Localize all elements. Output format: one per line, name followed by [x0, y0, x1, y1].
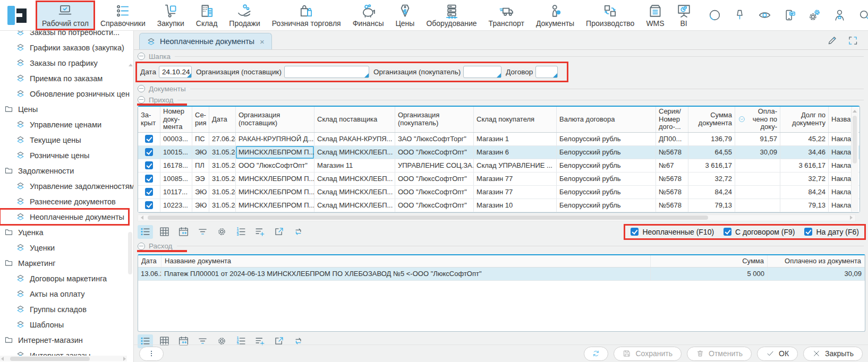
save-button[interactable]: Сохранить: [614, 347, 682, 361]
column-header-supplier[interactable]: Организация (поставщик): [236, 107, 314, 132]
profile-icon[interactable]: [833, 8, 846, 22]
settings-icon[interactable]: [808, 8, 821, 22]
cell-buyer[interactable]: ЗАО "ЛюксСофтТорг": [395, 133, 474, 145]
cell-supplier_wh[interactable]: Склад МИНСКХЛЕБП...: [314, 173, 395, 185]
column-header-name[interactable]: Название документа: [161, 255, 651, 267]
table-row[interactable]: 00003...ПС27.06.24РАКАН-КРУПЯНОЙ Д...Скл…: [138, 133, 860, 146]
collapse-icon[interactable]: [138, 85, 145, 92]
collapse-icon[interactable]: [138, 243, 145, 250]
cell-debt[interactable]: 32,72: [780, 173, 829, 185]
cell-supplier_wh[interactable]: Склад МИНСКХЛЕБП...: [314, 186, 395, 199]
cell-date[interactable]: 13.06.24: [138, 268, 161, 280]
cell-series[interactable]: ЭЮ: [192, 146, 209, 159]
cell-currency[interactable]: Белорусский рубль: [557, 159, 656, 172]
checkbox-checked-icon[interactable]: [631, 228, 639, 236]
cell-name[interactable]: Накладн: [829, 159, 852, 172]
cell-series[interactable]: ЭЮ: [192, 199, 209, 212]
cell-amount[interactable]: 32,72: [688, 173, 735, 185]
cell-debt[interactable]: 34,46: [780, 146, 829, 159]
close-button[interactable]: Закрыть: [803, 347, 863, 361]
column-header-contract[interactable]: Серия/ Номер дого-...: [656, 107, 688, 132]
column-header-amount[interactable]: Сумма документа: [688, 107, 735, 132]
module-desktop[interactable]: Рабочий стол: [36, 1, 95, 30]
cell-closed[interactable]: [138, 133, 160, 145]
cell-supplier[interactable]: МИНСКХЛЕБПРОМ П...: [236, 199, 314, 212]
cell-date[interactable]: 31.05.24: [209, 146, 236, 159]
cell-paid[interactable]: [735, 186, 780, 199]
cell-name[interactable]: Накладн: [829, 146, 852, 159]
recent-icon[interactable]: [708, 8, 721, 22]
row-closed-checkbox[interactable]: [145, 175, 153, 183]
cell-currency[interactable]: Белорусский рубль: [557, 133, 656, 145]
cell-supplier[interactable]: РАКАН-КРУПЯНОЙ Д...: [236, 133, 314, 145]
column-header-date[interactable]: Дата: [138, 255, 161, 267]
cell-number[interactable]: 00003...: [160, 133, 192, 145]
filter-checkbox[interactable]: Неоплаченные (F10): [631, 228, 714, 236]
table-row[interactable]: 16178...ПЛ31.05.24ООО "ЛюксСофтОпт"Магаз…: [138, 159, 860, 173]
sidebar-item[interactable]: Уценка: [0, 225, 48, 240]
cell-name[interactable]: Накладн: [829, 186, 852, 199]
cell-buyer[interactable]: ООО "ЛюксСофтОпт": [395, 146, 474, 159]
sidebar-item[interactable]: Группы складов: [0, 301, 91, 317]
messages-icon[interactable]: [783, 8, 796, 22]
cell-amount[interactable]: 5 000: [651, 268, 768, 280]
cell-paid[interactable]: 91,57: [735, 133, 780, 145]
cell-name[interactable]: Накладн: [829, 133, 852, 145]
cell-closed[interactable]: [138, 146, 160, 159]
sidebar-item[interactable]: Текущие цены: [0, 132, 86, 148]
cell-supplier_wh[interactable]: Магазин 11: [314, 159, 395, 172]
collapse-icon[interactable]: [138, 96, 145, 104]
cell-buyer[interactable]: ООО "ЛюксСофтОпт": [395, 199, 474, 212]
module-retail[interactable]: Розничная торговля: [266, 1, 347, 30]
module-prices[interactable]: Цены: [389, 1, 420, 30]
cell-currency[interactable]: Белорусский рубль: [557, 146, 656, 159]
cell-contract[interactable]: №67: [656, 159, 688, 172]
sidebar-item[interactable]: Интернет-магазин: [0, 332, 87, 348]
module-equipment[interactable]: Оборудование: [420, 1, 482, 30]
cell-debt[interactable]: 3 616,17: [780, 159, 829, 172]
cancel-button[interactable]: Отменить: [687, 347, 752, 361]
module-warehouse[interactable]: Склад: [190, 1, 224, 30]
column-header-paid[interactable]: Оплачено из документа: [768, 255, 865, 267]
checkbox-checked-icon[interactable]: [804, 228, 812, 236]
supplier-org-input[interactable]: [284, 66, 369, 78]
sidebar-item[interactable]: Заказы по графику: [0, 55, 102, 71]
column-header-date[interactable]: Дата: [209, 107, 236, 132]
buyer-org-input[interactable]: [463, 66, 501, 78]
cell-buyer_wh[interactable]: Магазин 6: [474, 146, 557, 159]
sidebar-item[interactable]: Договоры маркетинга: [0, 271, 111, 286]
table-row[interactable]: 10015...ЭЮ31.05.24МИНСКХЛЕБПРОМ П...Скла…: [138, 146, 860, 159]
module-transport[interactable]: Транспорт: [483, 1, 530, 30]
cell-amount[interactable]: 3 616,17: [688, 159, 735, 172]
sidebar-item[interactable]: Акты на оплату: [0, 286, 89, 301]
cell-amount[interactable]: 84,24: [688, 186, 735, 199]
module-finance[interactable]: Финансы: [347, 1, 390, 30]
cell-contract[interactable]: №5678: [656, 173, 688, 185]
cell-buyer_wh[interactable]: Магазин 10: [474, 199, 557, 212]
income-table-vertical-scrollbar[interactable]: [851, 108, 858, 211]
cell-date[interactable]: 31.05.24: [209, 159, 236, 172]
column-header-series[interactable]: Се-рия: [192, 107, 209, 132]
tool-open-external-icon[interactable]: [271, 225, 287, 239]
sidebar-item[interactable]: Заказы по потребности...: [0, 31, 124, 40]
module-production[interactable]: Производство: [580, 1, 640, 30]
tool-numbered-list-icon[interactable]: 123: [233, 225, 249, 239]
tool-filter-icon[interactable]: [195, 225, 210, 239]
cell-closed[interactable]: [138, 173, 160, 185]
cell-name[interactable]: Накладн: [829, 173, 852, 185]
cell-contract[interactable]: №5678: [656, 186, 688, 199]
cell-contract[interactable]: №5678: [656, 199, 688, 212]
cell-paid[interactable]: 30,09: [768, 268, 865, 280]
cell-buyer_wh[interactable]: Магазин 77: [474, 173, 557, 185]
cell-supplier[interactable]: МИНСКХЛЕБПРОМ П...: [236, 186, 314, 199]
cell-buyer[interactable]: ООО "ЛюксСофтОпт": [395, 173, 474, 185]
cell-buyer_wh[interactable]: Склад УПРАВЛЕНИЕ ...: [474, 159, 557, 172]
cell-buyer_wh[interactable]: Магазин 77: [474, 186, 557, 199]
checkbox-checked-icon[interactable]: [724, 228, 731, 236]
cell-supplier_wh[interactable]: Склад РАКАН-КРУПЯ...: [314, 133, 395, 145]
sidebar-item[interactable]: Приемка по заказам: [0, 71, 107, 86]
cell-debt[interactable]: 79,13: [780, 199, 829, 212]
sort-down-icon[interactable]: [738, 115, 746, 123]
row-closed-checkbox[interactable]: [145, 188, 153, 196]
cell-currency[interactable]: Белорусский рубль: [557, 173, 656, 185]
